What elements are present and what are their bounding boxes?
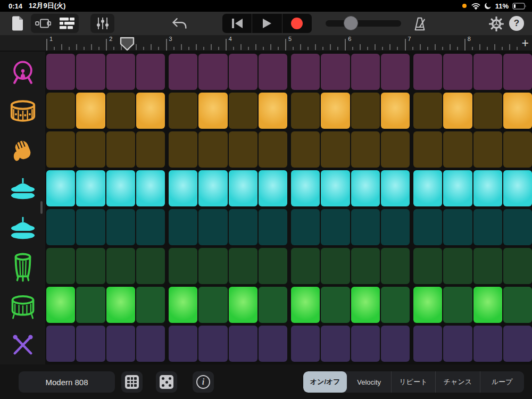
track-conga[interactable]	[0, 248, 45, 284]
step-cell-snare-drum-4[interactable]	[136, 93, 165, 129]
step-cell-open-hihat-16[interactable]	[503, 209, 532, 245]
step-cell-closed-hihat-16[interactable]	[503, 170, 532, 206]
step-cell-open-hihat-8[interactable]	[259, 209, 287, 245]
step-cell-closed-hihat-6[interactable]	[198, 170, 227, 206]
step-cell-hand-clap-12[interactable]	[381, 131, 410, 168]
step-cell-closed-hihat-12[interactable]	[381, 170, 410, 206]
track-snare-drum[interactable]	[0, 93, 45, 129]
step-cell-closed-hihat-9[interactable]	[291, 170, 320, 206]
step-cell-drumsticks-9[interactable]	[291, 326, 320, 362]
step-cell-drumsticks-3[interactable]	[106, 326, 135, 362]
step-cell-conga-2[interactable]	[76, 248, 105, 284]
scroll-indicator[interactable]	[40, 201, 43, 214]
step-cell-drumsticks-11[interactable]	[351, 326, 380, 362]
step-cell-conga-11[interactable]	[351, 248, 380, 284]
step-cell-closed-hihat-7[interactable]	[229, 170, 257, 206]
step-cell-kick-drum-16[interactable]	[503, 54, 532, 90]
step-cell-snare-drum-8[interactable]	[259, 93, 287, 129]
step-cell-drumsticks-4[interactable]	[136, 326, 165, 362]
step-cell-snare-drum-14[interactable]	[443, 93, 472, 129]
ruler-bar[interactable]: 4	[226, 35, 285, 52]
step-cell-snare-drum-15[interactable]	[473, 93, 502, 129]
step-cell-open-hihat-10[interactable]	[321, 209, 350, 245]
step-cell-conga-7[interactable]	[229, 248, 257, 284]
help-button[interactable]: ?	[509, 16, 524, 31]
step-cell-tom-drum-8[interactable]	[259, 287, 287, 323]
step-cell-tom-drum-11[interactable]	[351, 287, 380, 323]
step-cell-open-hihat-5[interactable]	[169, 209, 197, 245]
step-cell-hand-clap-11[interactable]	[351, 131, 380, 168]
step-cell-closed-hihat-4[interactable]	[136, 170, 165, 206]
step-cell-snare-drum-11[interactable]	[351, 93, 380, 129]
step-cell-snare-drum-6[interactable]	[198, 93, 227, 129]
step-cell-drumsticks-10[interactable]	[321, 326, 350, 362]
step-cell-snare-drum-9[interactable]	[291, 93, 320, 129]
step-cell-tom-drum-3[interactable]	[106, 287, 135, 323]
step-cell-hand-clap-10[interactable]	[321, 131, 350, 168]
step-cell-drumsticks-2[interactable]	[76, 326, 105, 362]
mixer-button[interactable]	[90, 14, 114, 33]
step-cell-hand-clap-14[interactable]	[443, 131, 472, 168]
step-cell-snare-drum-13[interactable]	[413, 93, 442, 129]
step-cell-open-hihat-1[interactable]	[46, 209, 75, 245]
step-cell-conga-6[interactable]	[198, 248, 227, 284]
tab-チャンス[interactable]: チャンス	[436, 371, 480, 393]
step-cell-tom-drum-9[interactable]	[291, 287, 320, 323]
step-cell-hand-clap-8[interactable]	[259, 131, 287, 168]
step-cell-tom-drum-15[interactable]	[473, 287, 502, 323]
step-cell-drumsticks-13[interactable]	[413, 326, 442, 362]
step-cell-conga-9[interactable]	[291, 248, 320, 284]
step-cell-snare-drum-12[interactable]	[381, 93, 410, 129]
step-cell-snare-drum-7[interactable]	[229, 93, 257, 129]
step-cell-closed-hihat-15[interactable]	[473, 170, 502, 206]
step-cell-conga-3[interactable]	[106, 248, 135, 284]
step-cell-kick-drum-3[interactable]	[106, 54, 135, 90]
step-cell-snare-drum-3[interactable]	[106, 93, 135, 129]
ruler-bar[interactable]: 5	[285, 35, 345, 52]
step-cell-kick-drum-15[interactable]	[473, 54, 502, 90]
step-cell-hand-clap-9[interactable]	[291, 131, 320, 168]
step-cell-hand-clap-5[interactable]	[169, 131, 197, 168]
step-cell-kick-drum-8[interactable]	[259, 54, 287, 90]
step-cell-conga-14[interactable]	[443, 248, 472, 284]
step-cell-drumsticks-6[interactable]	[198, 326, 227, 362]
step-cell-closed-hihat-8[interactable]	[259, 170, 287, 206]
step-cell-tom-drum-1[interactable]	[46, 287, 75, 323]
tab-オン/オフ[interactable]: オン/オフ	[303, 371, 347, 393]
step-cell-conga-8[interactable]	[259, 248, 287, 284]
step-cell-tom-drum-13[interactable]	[413, 287, 442, 323]
step-cell-kick-drum-1[interactable]	[46, 54, 75, 90]
info-button[interactable]: i	[193, 371, 214, 393]
record-button[interactable]	[282, 14, 312, 33]
settings-button[interactable]	[488, 16, 504, 32]
step-cell-conga-10[interactable]	[321, 248, 350, 284]
step-cell-conga-15[interactable]	[473, 248, 502, 284]
step-cell-kick-drum-9[interactable]	[291, 54, 320, 90]
undo-button[interactable]	[170, 16, 188, 30]
step-cell-conga-1[interactable]	[46, 248, 75, 284]
step-cell-tom-drum-16[interactable]	[503, 287, 532, 323]
step-cell-drumsticks-5[interactable]	[169, 326, 197, 362]
track-hand-clap[interactable]	[0, 131, 45, 168]
tab-ループ[interactable]: ループ	[480, 371, 524, 393]
ruler-bar[interactable]: 1	[46, 35, 106, 52]
step-cell-conga-5[interactable]	[169, 248, 197, 284]
step-cell-kick-drum-12[interactable]	[381, 54, 410, 90]
tab-リピート[interactable]: リピート	[392, 371, 436, 393]
step-cell-kick-drum-4[interactable]	[136, 54, 165, 90]
step-cell-kick-drum-7[interactable]	[229, 54, 257, 90]
step-cell-snare-drum-1[interactable]	[46, 93, 75, 129]
add-bars-button[interactable]: +	[522, 37, 529, 49]
step-cell-kick-drum-13[interactable]	[413, 54, 442, 90]
step-cell-snare-drum-5[interactable]	[169, 93, 197, 129]
step-cell-tom-drum-4[interactable]	[136, 287, 165, 323]
step-cell-kick-drum-10[interactable]	[321, 54, 350, 90]
metronome-button[interactable]	[411, 16, 429, 32]
step-cell-open-hihat-2[interactable]	[76, 209, 105, 245]
step-cell-tom-drum-5[interactable]	[169, 287, 197, 323]
playhead-marker[interactable]	[120, 37, 135, 51]
step-cell-tom-drum-14[interactable]	[443, 287, 472, 323]
random-pattern-button[interactable]	[156, 371, 177, 393]
step-cell-open-hihat-13[interactable]	[413, 209, 442, 245]
timeline-ruler[interactable]: 12345678 +	[0, 35, 532, 52]
